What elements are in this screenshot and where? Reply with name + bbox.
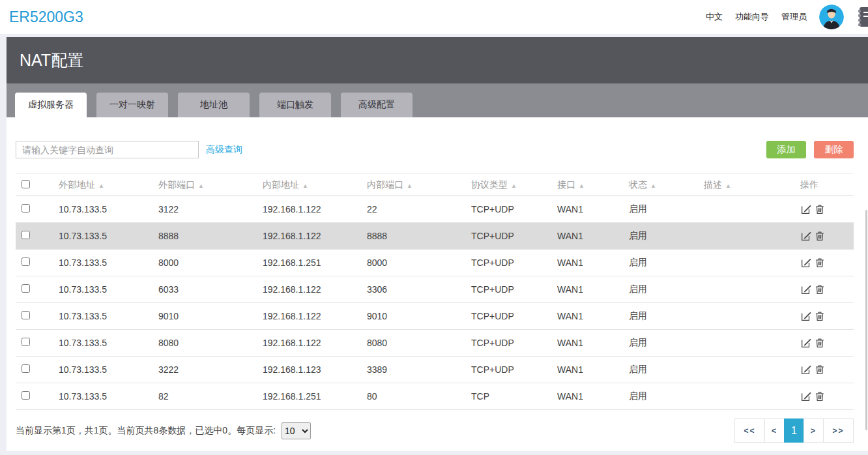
first-page-button[interactable]: << (734, 418, 765, 443)
col-external-address[interactable]: 外部地址▲ (52, 174, 152, 196)
menu-wizard[interactable]: 功能向导 (735, 11, 769, 23)
notebook-icon[interactable] (856, 6, 868, 28)
cell-internal-address: 192.168.1.122 (256, 276, 360, 303)
edit-icon[interactable] (800, 284, 812, 295)
edit-icon[interactable] (800, 203, 812, 215)
tab-one-to-one-mapping[interactable]: 一对一映射 (96, 93, 168, 117)
tab-port-trigger[interactable]: 端口触发 (259, 93, 331, 117)
cell-internal-address: 192.168.1.122 (256, 330, 360, 357)
trash-icon[interactable] (814, 257, 826, 269)
user-avatar-icon[interactable] (819, 5, 844, 29)
cell-status: 启用 (622, 383, 697, 410)
add-button[interactable]: 添加 (766, 141, 806, 158)
col-external-port[interactable]: 外部端口▲ (152, 174, 256, 196)
cell-protocol: TCP+UDP (465, 223, 551, 250)
cell-external-port: 9010 (152, 303, 256, 330)
row-checkbox[interactable] (22, 338, 30, 346)
next-page-button[interactable]: > (803, 418, 824, 443)
cell-status: 启用 (622, 330, 697, 357)
tab-strip: 虚拟服务器 一对一映射 地址池 端口触发 高级配置 (7, 83, 868, 117)
scrollbar[interactable] (865, 210, 867, 430)
row-checkbox[interactable] (22, 391, 30, 400)
menu-language[interactable]: 中文 (706, 11, 723, 23)
trash-icon[interactable] (814, 203, 826, 215)
cell-description (697, 276, 794, 303)
page-size-select[interactable]: 10 (282, 422, 311, 439)
cell-external-port: 8000 (152, 250, 256, 276)
col-interface[interactable]: 接口▲ (551, 174, 622, 196)
cell-external-address: 10.73.133.5 (52, 330, 152, 357)
page-banner: NAT配置 (7, 37, 868, 83)
cell-description (697, 223, 794, 250)
col-internal-address[interactable]: 内部地址▲ (256, 174, 360, 196)
table-row: 10.73.133.58080192.168.1.1228080TCP+UDPW… (16, 330, 854, 357)
tab-advanced-config[interactable]: 高级配置 (341, 93, 412, 117)
advanced-search-link[interactable]: 高级查询 (206, 144, 242, 156)
trash-icon[interactable] (814, 390, 826, 402)
cell-protocol: TCP+UDP (465, 276, 551, 303)
cell-status: 启用 (622, 276, 697, 303)
cell-external-port: 3222 (152, 357, 256, 383)
edit-icon[interactable] (800, 257, 812, 269)
col-internal-port[interactable]: 内部端口▲ (360, 174, 465, 196)
last-page-button[interactable]: >> (823, 418, 854, 443)
sort-icon[interactable]: ▲ (579, 183, 585, 189)
row-checkbox[interactable] (22, 364, 30, 373)
delete-button[interactable]: 删除 (814, 141, 854, 158)
cell-external-port: 6033 (152, 276, 256, 303)
row-checkbox[interactable] (22, 311, 30, 319)
page-title: NAT配置 (20, 50, 83, 71)
cell-internal-port: 8080 (360, 330, 465, 357)
trash-icon[interactable] (814, 310, 826, 322)
table-row: 10.73.133.58000192.168.1.2518000TCP+UDPW… (16, 250, 854, 276)
pagination-bar: 当前显示第1页，共1页。当前页共8条数据，已选中0。每页显示: 10 << < … (16, 418, 854, 443)
menu-admin[interactable]: 管理员 (781, 11, 807, 23)
edit-icon[interactable] (800, 230, 812, 242)
sort-icon[interactable]: ▲ (198, 183, 204, 189)
prev-page-button[interactable]: < (764, 418, 785, 443)
cell-external-port: 8888 (152, 223, 256, 250)
cell-description (697, 330, 794, 357)
sort-icon[interactable]: ▲ (302, 183, 308, 189)
cell-protocol: TCP+UDP (465, 303, 551, 330)
col-description[interactable]: 描述▲ (697, 174, 794, 196)
trash-icon[interactable] (814, 284, 826, 295)
search-input[interactable] (16, 141, 199, 158)
tab-address-pool[interactable]: 地址池 (178, 93, 250, 117)
sort-icon[interactable]: ▲ (511, 183, 517, 189)
row-checkbox[interactable] (22, 257, 30, 266)
current-page-button[interactable]: 1 (784, 418, 804, 443)
row-checkbox[interactable] (22, 231, 30, 239)
cell-internal-port: 9010 (360, 303, 465, 330)
cell-interface: WAN1 (551, 223, 622, 250)
cell-status: 启用 (622, 303, 697, 330)
edit-icon[interactable] (800, 337, 812, 349)
trash-icon[interactable] (814, 337, 826, 349)
cell-description (697, 383, 794, 410)
edit-icon[interactable] (800, 364, 812, 375)
row-checkbox[interactable] (22, 204, 30, 213)
cell-protocol: TCP+UDP (465, 330, 551, 357)
cell-protocol: TCP (465, 383, 551, 410)
sort-icon[interactable]: ▲ (650, 183, 656, 189)
edit-icon[interactable] (800, 390, 812, 402)
cell-interface: WAN1 (551, 330, 622, 357)
table-row: 10.73.133.56033192.168.1.1223306TCP+UDPW… (16, 276, 854, 303)
sort-icon[interactable]: ▲ (725, 183, 731, 189)
select-all-checkbox[interactable] (22, 180, 30, 188)
cell-status: 启用 (622, 250, 697, 276)
col-protocol[interactable]: 协议类型▲ (465, 174, 551, 196)
col-status[interactable]: 状态▲ (622, 174, 697, 196)
trash-icon[interactable] (814, 230, 826, 242)
cell-internal-address: 192.168.1.122 (256, 303, 360, 330)
tab-virtual-server[interactable]: 虚拟服务器 (15, 93, 87, 117)
table-header-row: 外部地址▲ 外部端口▲ 内部地址▲ 内部端口▲ 协议类型▲ 接口▲ 状态▲ 描述… (16, 174, 854, 196)
cell-internal-port: 3306 (360, 276, 465, 303)
sort-icon[interactable]: ▲ (407, 183, 412, 189)
cell-internal-address: 192.168.1.251 (256, 383, 360, 410)
row-checkbox[interactable] (22, 284, 30, 293)
edit-icon[interactable] (800, 310, 812, 322)
sort-icon[interactable]: ▲ (98, 183, 104, 189)
trash-icon[interactable] (814, 364, 826, 375)
cell-internal-address: 192.168.1.122 (256, 223, 360, 250)
